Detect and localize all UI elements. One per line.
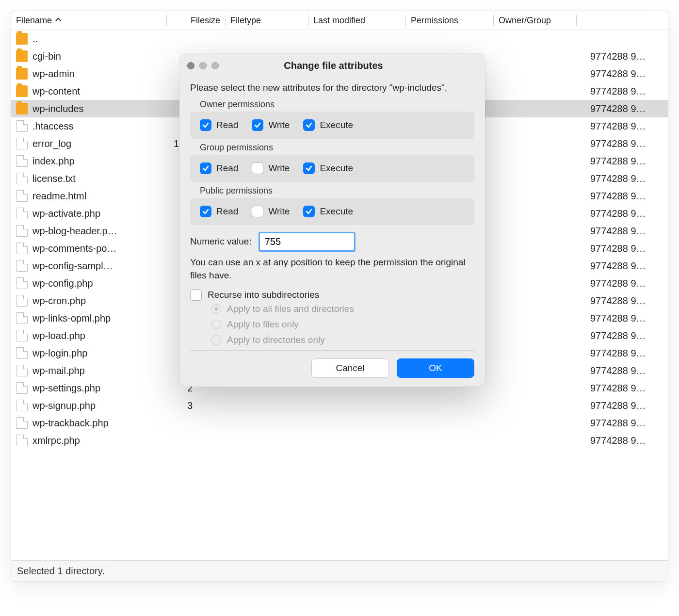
file-owner: 9774288 9… [590,243,663,254]
owner-write-checkbox[interactable]: Write [252,119,290,131]
cancel-button[interactable]: Cancel [311,358,389,378]
group-read-checkbox[interactable]: Read [200,162,238,174]
file-owner: 9774288 9… [590,173,663,184]
file-owner: 9774288 9… [590,51,663,62]
file-name: .htaccess [32,121,159,132]
column-header-filename[interactable]: Filename [16,15,162,26]
file-row[interactable]: wp-trackback.php9774288 9… [11,414,668,432]
file-name: wp-config.php [32,278,159,289]
file-owner: 9774288 9… [590,278,663,289]
file-icon [16,347,28,359]
sort-ascending-icon [55,16,62,26]
read-label: Read [216,163,238,174]
file-owner: 9774288 9… [590,68,663,80]
folder-icon [16,33,28,45]
file-name: wp-blog-header.p… [32,226,159,237]
apply-all-label: Apply to all files and directories [227,304,354,314]
apply-all-radio: Apply to all files and directories [211,304,474,314]
folder-icon [16,103,28,114]
public-execute-checkbox[interactable]: Execute [303,206,353,217]
owner-execute-checkbox[interactable]: Execute [303,119,353,131]
folder-icon [16,85,28,97]
file-icon [16,208,28,219]
recurse-checkbox[interactable] [190,289,202,301]
group-write-checkbox[interactable]: Write [252,162,290,174]
file-row[interactable]: xmlrpc.php9774288 9… [11,432,668,449]
group-permissions-row: ReadWriteExecute [190,155,474,182]
file-owner: 9774288 9… [590,348,663,359]
column-label: Filename [16,16,52,26]
apply-files-label: Apply to files only [227,319,299,330]
ok-button[interactable]: OK [397,358,474,378]
folder-icon [16,68,28,80]
column-header-owner[interactable]: Owner/Group [499,15,571,26]
group-execute-checkbox[interactable]: Execute [303,162,353,174]
column-header-lastmodified[interactable]: Last modified [313,15,401,26]
file-icon [16,277,28,289]
file-owner: 9774288 9… [590,313,663,324]
dialog-titlebar: Change file attributes [179,53,485,76]
numeric-value-hint: You can use an x at any position to keep… [190,256,474,282]
column-label: Filetype [230,16,261,26]
minimize-icon[interactable] [199,62,207,69]
zoom-icon[interactable] [211,62,219,69]
file-name: wp-includes [32,103,159,114]
column-header-permissions[interactable]: Permissions [411,15,488,26]
change-file-attributes-dialog: Change file attributes Please select the… [179,53,485,387]
divider [190,350,474,351]
file-row[interactable]: .. [11,30,668,48]
status-text: Selected 1 directory. [17,566,105,576]
write-label: Write [268,163,290,174]
checkbox-icon [200,119,211,131]
file-icon [16,243,28,254]
file-owner: 9774288 9… [590,208,663,219]
file-icon [16,295,28,307]
file-owner: 9774288 9… [590,435,663,446]
checkbox-icon [200,206,211,217]
file-icon [16,382,28,394]
numeric-value-label: Numeric value: [190,236,252,247]
public-write-checkbox[interactable]: Write [252,206,290,217]
file-name: license.txt [32,173,159,184]
file-owner: 9774288 9… [590,86,663,97]
close-icon[interactable] [187,62,194,69]
file-icon [16,330,28,341]
file-icon [16,417,28,429]
file-icon [16,225,28,237]
file-icon [16,120,28,132]
execute-label: Execute [320,206,353,217]
file-icon [16,173,28,184]
write-label: Write [268,120,290,130]
file-owner: 9774288 9… [590,121,663,132]
checkbox-icon [252,162,263,174]
file-icon [16,435,28,446]
file-icon [16,190,28,202]
file-owner: 9774288 9… [590,418,663,429]
numeric-value-input[interactable] [259,232,356,252]
group-permissions-label: Group permissions [200,143,474,153]
column-header-row: Filename Filesize Filetype Last modified… [11,11,668,30]
file-name: wp-activate.php [32,208,159,219]
column-header-filesize[interactable]: Filesize [172,15,220,26]
column-label: Owner/Group [499,16,551,26]
public-read-checkbox[interactable]: Read [200,206,238,217]
file-name: error_log [32,138,159,149]
file-icon [16,260,28,272]
column-header-filetype[interactable]: Filetype [230,15,303,26]
read-label: Read [216,206,238,217]
public-permissions-row: ReadWriteExecute [190,198,474,225]
file-owner: 9774288 9… [590,138,663,149]
file-owner: 9774288 9… [590,295,663,307]
file-name: readme.html [32,191,159,202]
file-row[interactable]: wp-signup.php39774288 9… [11,397,668,414]
column-label: Filesize [191,16,220,26]
file-owner: 9774288 9… [590,156,663,167]
file-icon [16,400,28,411]
file-owner: 9774288 9… [590,365,663,376]
window-controls [187,62,219,69]
apply-dirs-radio: Apply to directories only [211,335,474,345]
file-name: xmlrpc.php [32,435,159,446]
file-owner: 9774288 9… [590,260,663,272]
owner-read-checkbox[interactable]: Read [200,119,238,131]
file-name: wp-settings.php [32,383,159,394]
